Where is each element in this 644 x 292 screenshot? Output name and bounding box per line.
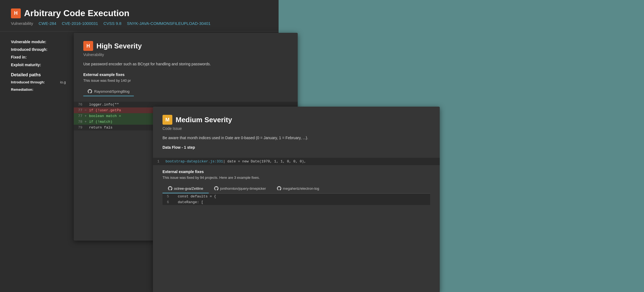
line-content-79: return fals <box>89 125 113 130</box>
fixed-in-label: Fixed in: <box>11 55 60 59</box>
df-line-num: 1 <box>157 159 166 163</box>
cwe-link[interactable]: CWE-284 <box>39 21 56 26</box>
panel2-repo-name: Raysmond/SpringBlog <box>94 89 129 94</box>
line-content-76: logger.info("" <box>89 103 119 107</box>
line-num-78a: 78 + <box>78 120 89 124</box>
dp-introduced-label: Introduced through: <box>11 80 60 84</box>
line-num-76: 76 <box>78 103 89 107</box>
line-num-77r: 77 − <box>78 108 89 112</box>
p3-line-content-5: const defaults = { <box>178 194 216 198</box>
line-num-77a: 77 + <box>78 114 89 118</box>
panel2-repo-tab[interactable]: Raysmond/SpringBlog <box>83 87 134 96</box>
panel3-subtitle: Code Issue <box>163 126 430 131</box>
cve-link[interactable]: CVE-2016-1000031 <box>62 21 98 26</box>
repo-tab-jquery[interactable]: jonthornton/jquery-timepicker <box>209 184 271 193</box>
repo-tab-octree[interactable]: octree-gva/Zeitline <box>163 184 209 193</box>
panel2-title-row: H High Severity <box>83 41 288 51</box>
repo-tab-electron-label: megahertz/electron-log <box>283 186 319 191</box>
panel2-subtitle: Vulnerability <box>83 52 288 57</box>
panel3-title-row: M Medium Severity <box>163 115 430 125</box>
panel1-meta: Vulnerability CWE-284 CVE-2016-1000031 C… <box>11 21 268 26</box>
panel2-ext-fixes-title: External example fixes <box>83 72 288 77</box>
data-flow-line: 1 bootstrap-datepicker.js:331 | date = n… <box>153 158 440 165</box>
panel2-ext-fixes-desc: This issue was fixed by 140 pr <box>83 78 288 83</box>
panel3-description: Be aware that month indices used in Date… <box>163 135 430 141</box>
panel3-ext-fixes-desc: This issue was fixed by 94 projects. Her… <box>163 176 430 180</box>
df-code: | date = new Date(1970, 1, 1, 0, 0, 0), <box>223 159 306 163</box>
remediation-label: Remediation: <box>11 87 60 92</box>
line-content-77a: boolean match = <box>89 114 121 118</box>
repo-tab-electron[interactable]: megahertz/electron-log <box>271 184 325 193</box>
github-icon-tab3 <box>277 186 281 191</box>
p3-line-num-5: 5 <box>167 194 178 198</box>
panel3-header: M Medium Severity Code Issue Be aware th… <box>153 107 440 158</box>
vulnerable-module-label: Vulnerable module: <box>11 40 60 44</box>
vuln-type-label: Vulnerability <box>11 21 33 26</box>
exploit-maturity-label: Exploit maturity: <box>11 63 60 67</box>
panel1-header: H Arbitrary Code Execution Vulnerability… <box>0 0 279 31</box>
p3-code-line-6: 6 dateRange: [ <box>163 199 430 205</box>
line-num-79: 79 <box>78 125 89 130</box>
panel3-code-block: 5 const defaults = { 6 dateRange: [ <box>163 194 430 205</box>
panel-medium-severity: M Medium Severity Code Issue Be aware th… <box>153 107 440 292</box>
snyk-id-link[interactable]: SNYK-JAVA-COMMONSFILEUPLOAD-30401 <box>127 21 211 26</box>
github-icon-tab2 <box>214 186 218 191</box>
dp-introduced-value: io.g <box>60 80 66 84</box>
p3-code-line-5: 5 const defaults = { <box>163 194 430 199</box>
repo-tab-octree-label: octree-gva/Zeitline <box>174 186 203 191</box>
high-severity-badge-main: H <box>11 8 21 18</box>
df-link[interactable]: bootstrap-datepicker.js:331 <box>166 159 223 163</box>
panel2-title: High Severity <box>96 42 142 50</box>
panel3-title: Medium Severity <box>176 116 232 124</box>
high-severity-badge: H <box>83 41 93 51</box>
panel2-header: H High Severity Vulnerability Use passwo… <box>74 33 298 102</box>
page-title: Arbitrary Code Execution <box>24 8 129 18</box>
github-icon <box>88 89 92 94</box>
panel3-repo-tabs: octree-gva/Zeitline jonthornton/jquery-t… <box>163 184 430 194</box>
p3-line-content-6: dateRange: [ <box>178 200 203 204</box>
panel3-body: External example fixes This issue was fi… <box>153 170 440 211</box>
data-flow-title: Data Flow - 1 step <box>163 145 430 150</box>
p3-line-num-6: 6 <box>167 200 178 204</box>
panel2-description: Use password encoder such as BCrypt for … <box>83 61 288 67</box>
medium-severity-badge: M <box>163 115 172 125</box>
line-content-78a: if (!match) <box>89 120 113 124</box>
panel3-ext-fixes-title: External example fixes <box>163 170 430 174</box>
introduced-through-label: Introduced through: <box>11 47 60 52</box>
github-icon-tab1 <box>168 186 172 191</box>
line-content-77r: if (!user.getPa <box>89 108 121 112</box>
cvss-link[interactable]: CVSS 9.8 <box>104 21 122 26</box>
panel1-title-row: H Arbitrary Code Execution <box>11 8 268 18</box>
repo-tab-jquery-label: jonthornton/jquery-timepicker <box>220 186 266 191</box>
